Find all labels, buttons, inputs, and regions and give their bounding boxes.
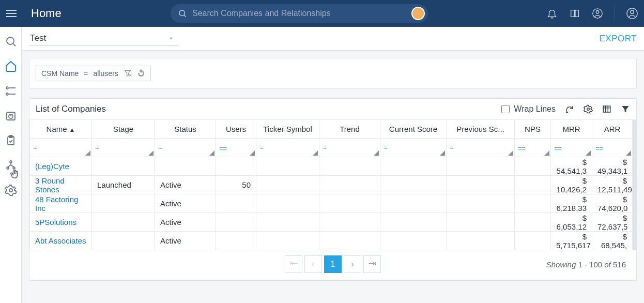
cell-name[interactable]: Abt Associates (30, 232, 92, 250)
wrap-lines-checkbox[interactable] (501, 105, 510, 113)
cell-previous-score (447, 213, 515, 232)
book-icon[interactable] (569, 8, 580, 19)
filter-ticker[interactable]: ~ (256, 139, 319, 157)
rail-home-icon[interactable] (5, 60, 17, 72)
cell-name[interactable]: 3 Round Stones (30, 176, 92, 194)
filter-trend[interactable]: ~ (319, 139, 380, 157)
filter-arr[interactable]: == (592, 139, 633, 157)
cell-trend (319, 232, 380, 250)
rail-timeline-icon[interactable] (5, 85, 17, 97)
cell-name[interactable]: 5PSolutions (30, 213, 92, 232)
col-nps[interactable]: NPS (515, 120, 551, 139)
filter-value: allusers (94, 69, 118, 78)
gear-icon[interactable] (584, 104, 593, 114)
list-tools: Wrap Lines (501, 104, 630, 114)
table-row: Abt AssociatesActive$ 5,715,617$ 68,545, (30, 232, 637, 250)
filter-current-score[interactable]: ~ (380, 139, 447, 157)
cell-mrr: $ 5,715,617 (551, 232, 592, 250)
rail-clipboard-icon[interactable] (5, 134, 17, 147)
cell-mrr: $ 54,541,3 (551, 157, 592, 176)
filter-nps[interactable]: == (515, 139, 551, 157)
cell-name[interactable]: (Leg)Cyte (30, 157, 92, 176)
wrap-lines-toggle[interactable]: Wrap Lines (501, 104, 556, 114)
search-avatar[interactable] (411, 7, 425, 20)
cell-current-score (380, 194, 447, 213)
list-header: List of Companies Wrap Lines (29, 99, 636, 119)
cell-arr: $ 72,637,5 (592, 213, 633, 232)
user-avatar-icon[interactable] (626, 8, 638, 19)
cell-arr: $ 49,343,1 (592, 157, 633, 176)
cell-nps (515, 194, 551, 213)
col-status[interactable]: Status (155, 120, 216, 139)
col-users[interactable]: Users (216, 120, 256, 139)
hamburger-menu[interactable] (6, 7, 19, 20)
cell-users: 50 (216, 176, 256, 194)
col-ticker[interactable]: Ticker Symbol (256, 120, 319, 139)
filter-icon[interactable] (621, 104, 630, 114)
svg-point-20 (9, 189, 12, 192)
svg-point-9 (6, 93, 8, 95)
filter-operator: = (84, 69, 88, 78)
global-search[interactable] (171, 4, 428, 23)
col-arr[interactable]: ARR (592, 120, 633, 139)
cell-stage (92, 213, 155, 232)
col-previous-score[interactable]: Previous Sc... (447, 120, 515, 139)
search-icon (178, 9, 187, 18)
cell-current-score (380, 157, 447, 176)
cell-ticker (256, 157, 319, 176)
cell-nps (515, 213, 551, 232)
svg-point-0 (179, 10, 185, 16)
page-current[interactable]: 1 (324, 255, 342, 273)
cell-nps (515, 157, 551, 176)
filter-name[interactable]: ~ (30, 139, 92, 157)
cell-nps (515, 232, 551, 250)
rail-alarm-icon[interactable] (5, 110, 17, 122)
col-trend[interactable]: Trend (319, 120, 380, 139)
filter-reset-icon[interactable] (137, 69, 145, 78)
filter-mrr[interactable]: == (551, 139, 592, 157)
cell-ticker (256, 232, 319, 250)
svg-point-17 (10, 161, 12, 163)
col-stage[interactable]: Stage (92, 120, 155, 139)
page-last-button[interactable]: ⭲ (363, 255, 381, 273)
cell-stage (92, 157, 155, 176)
table-row: 5PSolutionsActive$ 6,053,12$ 72,637,5 (30, 213, 637, 232)
cell-status: Active (155, 194, 216, 213)
filter-chip[interactable]: CSM Name = allusers (36, 66, 151, 81)
rail-settings-icon[interactable] (5, 184, 17, 196)
page-first-button[interactable]: ⭰ (285, 255, 302, 273)
cell-trend (319, 213, 380, 232)
page-title: Home (31, 7, 62, 20)
search-input[interactable] (192, 9, 421, 18)
top-icons (546, 7, 638, 20)
rail-org-icon[interactable] (5, 159, 17, 172)
columns-icon[interactable] (602, 104, 611, 114)
filter-users[interactable]: == (216, 139, 256, 157)
svg-point-8 (6, 87, 8, 89)
col-current-score[interactable]: Current Score (380, 120, 447, 139)
left-rail (0, 27, 22, 303)
rail-search-icon[interactable] (5, 35, 17, 48)
svg-point-6 (7, 37, 14, 44)
profile-icon[interactable] (592, 8, 603, 19)
filter-stage[interactable]: ~ (92, 139, 155, 157)
page-info: Showing 1 - 100 of 516 (546, 260, 626, 269)
filter-status[interactable]: ~ (155, 139, 216, 157)
page-next-button[interactable]: › (344, 255, 361, 273)
bell-icon[interactable] (546, 8, 558, 19)
col-name[interactable]: Name▲ (30, 120, 92, 139)
cell-status: Active (155, 176, 216, 194)
filter-previous-score[interactable]: ~ (447, 139, 515, 157)
cell-trend (319, 176, 380, 194)
cell-ticker (256, 176, 319, 194)
filter-clear-icon[interactable] (124, 69, 132, 78)
export-button[interactable]: EXPORT (599, 34, 637, 44)
view-dropdown[interactable]: Test (29, 31, 179, 46)
table-row: (Leg)Cyte$ 54,541,3$ 49,343,1 (30, 157, 637, 176)
svg-point-3 (596, 11, 599, 14)
filter-panel: CSM Name = allusers (29, 58, 637, 89)
page-prev-button[interactable]: ‹ (304, 255, 322, 273)
col-mrr[interactable]: MRR (551, 120, 592, 139)
refresh-icon[interactable] (565, 104, 574, 114)
cell-name[interactable]: 48 Factoring Inc (30, 194, 92, 213)
